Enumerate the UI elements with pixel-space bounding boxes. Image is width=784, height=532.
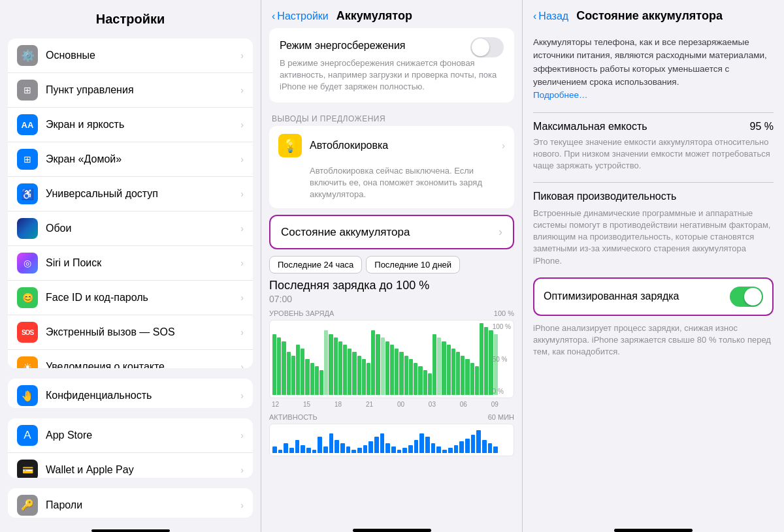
control-center-icon: ⊞ bbox=[17, 80, 38, 101]
siri-icon: ◎ bbox=[17, 253, 38, 274]
activity-bar bbox=[380, 433, 385, 453]
activity-bar bbox=[318, 437, 322, 453]
display-icon: AA bbox=[17, 114, 38, 135]
activity-bar bbox=[454, 445, 459, 453]
sidebar-item-ekran-domoy[interactable]: ⊞ Экран «Домой» › bbox=[8, 142, 253, 177]
activity-bar bbox=[419, 433, 424, 453]
activity-bar bbox=[482, 440, 487, 453]
sidebar-item-punkt-upravleniya[interactable]: ⊞ Пункт управления › bbox=[8, 73, 253, 108]
chevron-icon: › bbox=[240, 85, 244, 95]
activity-bar bbox=[272, 446, 277, 453]
peak-title: Пиковая производительность bbox=[533, 191, 774, 202]
activity-bar bbox=[471, 435, 476, 453]
tab-24h[interactable]: Последние 24 часа bbox=[269, 256, 362, 274]
back-label: Настройки bbox=[277, 10, 328, 22]
chevron-icon: › bbox=[240, 223, 244, 234]
sidebar-item-universalnyy-dostup[interactable]: ♿ Универсальный доступ › bbox=[8, 177, 253, 211]
settings-group-4: 🔑 Пароли › bbox=[8, 488, 253, 518]
wallpaper-icon bbox=[17, 218, 38, 239]
activity-bar bbox=[312, 450, 317, 453]
capacity-desc: Это текущее значение емкости аккумулятор… bbox=[533, 136, 774, 172]
activity-bar bbox=[335, 440, 339, 453]
chevron-icon: › bbox=[240, 50, 244, 61]
right-page-title: Состояние аккумулятора bbox=[576, 9, 723, 23]
privacy-icon: 🤚 bbox=[17, 385, 38, 406]
battery-chart: 100 % 50 % 0 % bbox=[269, 320, 514, 398]
activity-bar bbox=[346, 446, 351, 453]
chevron-icon: › bbox=[240, 119, 244, 130]
bar-chart-inner bbox=[270, 321, 514, 398]
right-nav-bar: ‹ Назад Состояние аккумулятора bbox=[523, 0, 784, 28]
x-label: 09 bbox=[491, 401, 498, 408]
activity-bar bbox=[465, 439, 470, 453]
right-content-area: Аккумуляторы телефона, как и все перезар… bbox=[523, 28, 784, 522]
activity-bar bbox=[493, 446, 498, 453]
chevron-icon: › bbox=[240, 362, 244, 368]
divider-2 bbox=[533, 182, 774, 183]
back-button[interactable]: ‹ Настройки bbox=[272, 10, 329, 22]
autoblok-card: 💡 Автоблокировка › Автоблокировка сейчас… bbox=[269, 126, 514, 209]
sidebar-item-label: Обои bbox=[46, 223, 240, 234]
right-intro-text: Аккумуляторы телефона, как и все перезар… bbox=[533, 36, 774, 102]
middle-panel: ‹ Настройки Аккумулятор Режим энергосбер… bbox=[261, 0, 523, 532]
power-saving-toggle[interactable] bbox=[470, 37, 504, 57]
activity-bar bbox=[357, 448, 362, 453]
divider-1 bbox=[533, 112, 774, 113]
sidebar-item-label: Экстренный вызов — SOS bbox=[46, 326, 240, 338]
sidebar-item-label: Siri и Поиск bbox=[46, 257, 240, 269]
chevron-icon: › bbox=[502, 140, 505, 151]
settings-group-3: A App Store › 💳 Wallet и Apple Pay › bbox=[8, 418, 253, 478]
sidebar-item-label: Face ID и код-пароль bbox=[46, 292, 240, 304]
sidebar-item-app-store[interactable]: A App Store › bbox=[8, 418, 253, 453]
activity-bar bbox=[397, 450, 402, 453]
autoblok-icon: 💡 bbox=[278, 134, 302, 157]
battery-status-button[interactable]: Состояние аккумулятора › bbox=[269, 215, 514, 249]
activity-bar bbox=[340, 443, 345, 453]
autoblok-desc: Автоблокировка сейчас выключена. Если вк… bbox=[269, 165, 514, 209]
chevron-icon: › bbox=[240, 390, 244, 401]
sidebar-item-ekran-i-yarkost[interactable]: AA Экран и яркость › bbox=[8, 108, 253, 142]
sidebar-item-label: Конфиденциальность bbox=[46, 390, 240, 401]
sidebar-item-paroli[interactable]: 🔑 Пароли › bbox=[8, 488, 253, 518]
sidebar-item-siri[interactable]: ◎ Siri и Поиск › bbox=[8, 246, 253, 281]
activity-bar bbox=[363, 445, 368, 453]
middle-nav-bar: ‹ Настройки Аккумулятор bbox=[261, 0, 522, 28]
wallet-icon: 💳 bbox=[17, 460, 38, 478]
optimized-charging-row: Оптимизированная зарядка bbox=[533, 277, 774, 316]
optimized-label: Оптимизированная зарядка bbox=[544, 290, 679, 302]
chevron-icon: › bbox=[240, 430, 244, 441]
y-label-100: 100 % bbox=[493, 323, 511, 330]
activity-bar bbox=[368, 441, 373, 453]
autoblok-row[interactable]: 💡 Автоблокировка › bbox=[269, 126, 514, 165]
sidebar-item-label: Основные bbox=[46, 50, 240, 61]
battery-chart-section: УРОВЕНЬ ЗАРЯДА 100 % 100 % 50 % 0 % 1215… bbox=[269, 309, 514, 408]
activity-bar bbox=[295, 440, 300, 453]
back-arrow-icon: ‹ bbox=[272, 10, 275, 22]
chevron-icon: › bbox=[240, 500, 244, 510]
sidebar-item-sos[interactable]: SOS Экстренный вызов — SOS › bbox=[8, 315, 253, 350]
sidebar-item-konfidencialnost[interactable]: 🤚 Конфиденциальность › bbox=[8, 379, 253, 408]
sidebar-item-osnovnye[interactable]: ⚙️ Основные › bbox=[8, 39, 253, 73]
sos-icon: SOS bbox=[17, 322, 38, 343]
chart-x-labels: 1215182100030609 bbox=[269, 399, 514, 408]
home-indicator bbox=[91, 529, 170, 532]
more-info-link[interactable]: Подробнее… bbox=[533, 90, 588, 100]
sidebar-item-uvedomleniya[interactable]: ☀ Уведомления о контакте › bbox=[8, 350, 253, 368]
settings-group-1: ⚙️ Основные › ⊞ Пункт управления › AA Эк… bbox=[8, 39, 253, 368]
chevron-icon: › bbox=[240, 154, 244, 164]
power-saving-desc: В режиме энергосбережения снижается фоно… bbox=[280, 57, 504, 93]
sidebar-item-face-id[interactable]: 😊 Face ID и код-пароль › bbox=[8, 281, 253, 315]
activity-label: АКТИВНОСТЬ 60 мин bbox=[269, 413, 514, 421]
chevron-icon: › bbox=[240, 327, 244, 337]
activity-bar bbox=[459, 441, 464, 453]
sidebar-item-oboi[interactable]: Обои › bbox=[8, 211, 253, 246]
home-screen-icon: ⊞ bbox=[17, 149, 38, 170]
app-store-icon: A bbox=[17, 425, 38, 446]
right-back-button[interactable]: ‹ Назад bbox=[533, 10, 568, 22]
activity-bar bbox=[374, 437, 379, 453]
sidebar-item-label: Пароли bbox=[46, 499, 240, 511]
tab-10d[interactable]: Последние 10 дней bbox=[366, 256, 460, 274]
optimized-charging-toggle[interactable] bbox=[730, 287, 763, 307]
sidebar-item-wallet[interactable]: 💳 Wallet и Apple Pay › bbox=[8, 453, 253, 478]
middle-content-area: Режим энергосбережения В режиме энергосб… bbox=[261, 28, 522, 522]
